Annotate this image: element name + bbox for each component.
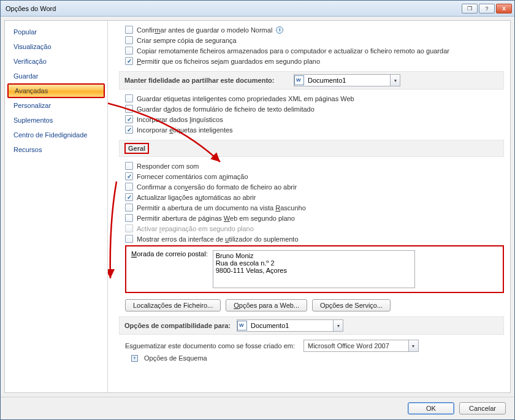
checkbox-icon — [125, 105, 133, 113]
check-label: Incorporar etiquetas inteligentes — [137, 126, 233, 134]
check-label: Incorporar dados linguísticos — [137, 116, 223, 123]
compat-header: Opções de compatibilidade para: Document… — [119, 316, 504, 335]
checkbox-icon — [125, 36, 133, 44]
check-label: Permitir a abertura de um documento na v… — [137, 204, 306, 212]
check-remote-copy[interactable]: Copiar remotamente ficheiros armazenados… — [119, 45, 504, 56]
checkbox-icon — [125, 57, 133, 65]
plus-icon: + — [131, 355, 138, 362]
check-label: Criar sempre cópia de segurança — [137, 37, 237, 44]
word-doc-icon — [237, 321, 247, 330]
check-label: Copiar remotamente ficheiros armazenados… — [137, 47, 449, 55]
expand-layout-options[interactable]: + Opções de Esquema — [119, 353, 504, 363]
check-bg-web[interactable]: Permitir abertura de páginas Web em segu… — [119, 213, 504, 223]
sidebar-item-popular[interactable]: Popular — [5, 25, 107, 39]
checkbox-icon — [125, 26, 133, 34]
checkbox-icon — [125, 172, 133, 180]
sidebar-item-recursos[interactable]: Recursos — [5, 142, 107, 157]
checkbox-icon — [125, 224, 133, 232]
checkbox-icon — [125, 193, 133, 201]
file-locations-button[interactable]: Localizações de Ficheiro... — [125, 299, 221, 311]
options-dialog: Opções do Word ❐ ? X PopularVisualização… — [0, 0, 515, 420]
restore-button[interactable]: ❐ — [462, 4, 478, 13]
sidebar-item-verificacao[interactable]: Verificação — [5, 54, 107, 69]
checkbox-icon — [125, 235, 133, 243]
combo-value: Documento1 — [304, 77, 390, 84]
sidebar-item-suplementos[interactable]: Suplementos — [5, 113, 107, 128]
service-options-button[interactable]: Opções de Serviço... — [312, 299, 391, 311]
layout-version-combo[interactable]: Microsoft Office Word 2007 — [303, 340, 419, 352]
check-label: Permitir que os ficheiros sejam guardado… — [137, 58, 320, 65]
address-label: Morada de correio postal: — [131, 250, 208, 258]
check-label: Confirmar a conversão do formato de fich… — [137, 183, 297, 191]
check-form-data[interactable]: Guardar dados de formulário de ficheiro … — [119, 104, 504, 114]
share-fidelity-header: Manter fidelidade ao partilhar este docu… — [119, 71, 504, 90]
chevron-down-icon[interactable] — [333, 320, 343, 331]
address-input[interactable]: Bruno Moniz Rua da escola n.º 2 9800-111… — [213, 250, 415, 288]
close-button[interactable]: X — [496, 4, 512, 13]
check-confirm-conversion[interactable]: Confirmar a conversão do formato de fich… — [119, 181, 504, 192]
checkbox-icon — [125, 162, 133, 170]
check-embed-linguistic[interactable]: Incorporar dados linguísticos — [119, 114, 504, 124]
check-label: Permitir abertura de páginas Web em segu… — [137, 215, 295, 222]
web-options-button[interactable]: Opções para a Web... — [226, 299, 307, 311]
sidebar-item-avancadas[interactable]: Avançadas — [7, 83, 105, 98]
check-backup-copy[interactable]: Criar sempre cópia de segurança — [119, 35, 504, 45]
check-label: Activar repaginação em segundo plano — [137, 225, 254, 232]
checkbox-icon — [125, 47, 133, 55]
window-title: Opções do Word — [3, 5, 462, 12]
check-label: Mostrar erros da interface de utilizador… — [137, 235, 299, 243]
header-title: Opções de compatibilidade para: — [124, 322, 231, 329]
compat-doc-combo[interactable]: Documento1 — [237, 319, 343, 332]
sidebar-item-guardar[interactable]: Guardar — [5, 69, 107, 83]
check-label: Guardar dados de formulário de ficheiro … — [137, 105, 315, 113]
check-confirm-normal[interactable]: Confirmar antes de guardar o modelo Norm… — [119, 25, 504, 35]
dialog-footer: OK Cancelar — [1, 397, 514, 419]
info-icon[interactable]: i — [276, 26, 283, 34]
check-auto-links[interactable]: Actualizar ligações automáticas ao abrir — [119, 192, 504, 202]
chevron-down-icon[interactable] — [408, 340, 418, 351]
sidebar: PopularVisualizaçãoVerificaçãoGuardarAva… — [5, 21, 108, 392]
sidebar-item-visualizacao[interactable]: Visualização — [5, 39, 107, 54]
check-smart-tags-xml[interactable]: Guardar etiquetas inteligentes como prop… — [119, 93, 504, 104]
checkbox-icon — [125, 115, 133, 123]
combo-value: Microsoft Office Word 2007 — [304, 342, 408, 349]
check-bg-repagination: Activar repaginação em segundo plano — [119, 223, 504, 234]
expand-label: Opções de Esquema — [144, 354, 207, 362]
check-label: Actualizar ligações automáticas ao abrir — [137, 194, 256, 201]
check-embed-smart-tags[interactable]: Incorporar etiquetas inteligentes — [119, 124, 504, 135]
cancel-button[interactable]: Cancelar — [459, 402, 506, 414]
check-label: Guardar etiquetas inteligentes como prop… — [137, 95, 354, 102]
general-header: Geral — [119, 140, 504, 157]
layout-label: Esquematizar este documento como se foss… — [125, 342, 295, 349]
check-label: Confirmar antes de guardar o modelo Norm… — [137, 26, 272, 34]
checkbox-icon — [125, 214, 133, 222]
check-draft-view[interactable]: Permitir a abertura de um documento na v… — [119, 202, 504, 213]
header-title: Manter fidelidade ao partilhar este docu… — [124, 77, 275, 84]
sidebar-item-centrodefidedignidade[interactable]: Centro de Fidedignidade — [5, 128, 107, 142]
checkbox-icon — [125, 126, 133, 134]
general-header-highlight: Geral — [124, 143, 149, 154]
check-sound[interactable]: Responder com som — [119, 161, 504, 171]
check-label: Fornecer comentários com animação — [137, 173, 248, 180]
checkbox-icon — [125, 183, 133, 191]
checkbox-icon — [125, 204, 133, 212]
help-button[interactable]: ? — [479, 4, 495, 13]
check-animation[interactable]: Fornecer comentários com animação — [119, 171, 504, 181]
combo-value: Documento1 — [247, 322, 333, 329]
checkbox-icon — [125, 94, 133, 102]
titlebar: Opções do Word ❐ ? X — [1, 1, 514, 17]
ok-button[interactable]: OK — [408, 402, 454, 414]
check-label: Responder com som — [137, 162, 199, 170]
check-addin-errors[interactable]: Mostrar erros da interface de utilizador… — [119, 234, 504, 244]
mailing-address-area: Morada de correio postal: Bruno Moniz Ru… — [125, 245, 504, 293]
check-background-save[interactable]: Permitir que os ficheiros sejam guardado… — [119, 56, 504, 66]
share-doc-combo[interactable]: Documento1 — [294, 74, 400, 86]
sidebar-item-personalizar[interactable]: Personalizar — [5, 98, 107, 113]
word-doc-icon — [294, 75, 304, 85]
chevron-down-icon[interactable] — [390, 75, 400, 86]
content-pane: Confirmar antes de guardar o modelo Norm… — [108, 21, 510, 392]
